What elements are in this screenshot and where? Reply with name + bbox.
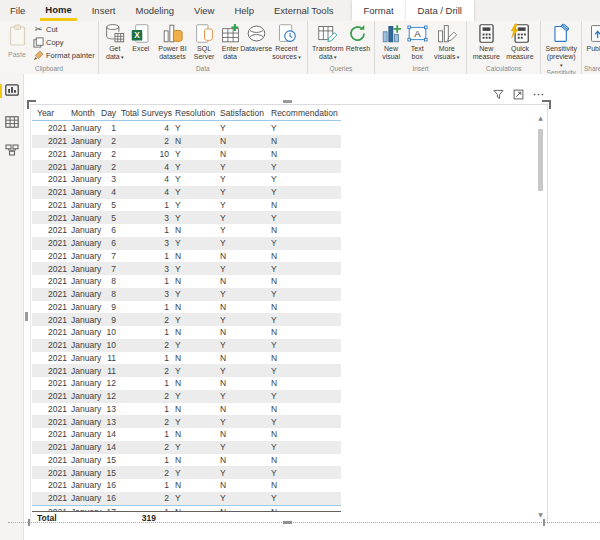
table-row[interactable]: 2021January131NNN [32, 403, 341, 416]
visual-resize-corner-topright[interactable] [542, 100, 551, 109]
column-header-year[interactable]: Year [37, 108, 67, 118]
table-row[interactable]: 2021January73YYY [32, 262, 341, 275]
table-row[interactable]: 2021January51YYN [32, 199, 341, 212]
new-visual-button[interactable]: New visual [378, 23, 404, 61]
visual-scrollbar[interactable]: ▲ ▼ [536, 107, 545, 521]
column-header-satisfaction[interactable]: Satisfaction [220, 108, 265, 118]
scrollbar-up-icon[interactable]: ▲ [536, 113, 545, 122]
table-row[interactable]: 2021January83YYY [32, 288, 341, 301]
cell: January [71, 174, 101, 184]
table-row[interactable]: 2021January71NNN [32, 250, 341, 263]
transform-data-button[interactable]: Transform data ▾ [311, 23, 345, 61]
tab-format[interactable]: Format [352, 0, 406, 21]
dataverse-button[interactable]: Dataverse [243, 23, 269, 53]
tab-view[interactable]: View [189, 0, 219, 21]
table-row[interactable]: 2021January142YYY [32, 441, 341, 454]
column-header-total-surveys[interactable]: Total Surveys [121, 108, 169, 118]
focus-mode-icon[interactable] [512, 89, 524, 101]
tab-external-tools[interactable]: External Tools [269, 0, 339, 21]
excel-button[interactable]: XExcel [128, 23, 154, 53]
enter-data-button[interactable]: Enter data [217, 23, 243, 61]
table-row[interactable]: 2021January151NNN [32, 454, 341, 467]
ribbon-button-label: Copy [46, 38, 64, 47]
quick-measure-button[interactable]: Quick measure [502, 23, 537, 61]
text-box-button[interactable]: AText box [404, 23, 430, 61]
table-row[interactable]: 2021January14YYY [32, 122, 341, 135]
table-row[interactable]: 2021January92YYY [32, 313, 341, 326]
table-row[interactable]: 2021January91NNN [32, 301, 341, 314]
tab-file[interactable]: File [5, 0, 30, 21]
page-boundary-line [8, 522, 600, 523]
cell: 2021 [37, 162, 67, 172]
more-visuals-button[interactable]: More visuals ▾ [430, 23, 463, 61]
cell: N [175, 378, 214, 388]
cell: 4 [121, 174, 169, 184]
power-bi-datasets-button[interactable]: Power BI datasets [154, 23, 191, 61]
tab-home[interactable]: Home [40, 0, 76, 21]
table-row[interactable]: 2021January141NNN [32, 428, 341, 441]
cell: 7 [101, 251, 116, 261]
table-row[interactable]: 2021January24YYY [32, 160, 341, 173]
table-row[interactable]: 2021January111NNN [32, 352, 341, 365]
filter-icon[interactable] [492, 89, 504, 101]
table-row[interactable]: 2021January161NNN [32, 479, 341, 492]
cell: 2 [121, 468, 169, 478]
data-view-button[interactable] [0, 113, 23, 133]
get-data-button[interactable]: Get data ▾ [102, 23, 128, 61]
column-header-recommendation[interactable]: Recommendation [271, 108, 340, 118]
report-view-button[interactable] [0, 81, 23, 101]
paste-button[interactable]: Paste [3, 23, 31, 62]
tab-insert[interactable]: Insert [87, 0, 121, 21]
visual-resize-handle-bottom[interactable] [283, 521, 292, 524]
table-row[interactable]: 2021January81NNN [32, 275, 341, 288]
more-options-icon[interactable] [532, 89, 544, 101]
visual-resize-handle-bottomright[interactable] [543, 519, 545, 526]
cut-button[interactable]: ✂Cut [33, 23, 95, 36]
table-row[interactable]: 2021January210YNN [32, 148, 341, 161]
tab-modeling[interactable]: Modeling [130, 0, 179, 21]
table-row[interactable]: 2021January101NNN [32, 326, 341, 339]
cell: 2 [101, 162, 116, 172]
sensitivity-preview-button[interactable]: Sensitivity (preview) ▾ [544, 23, 578, 69]
table-row[interactable]: 2021January122YYY [32, 390, 341, 403]
table-row[interactable]: 2021January121NNN [32, 377, 341, 390]
table-row[interactable]: 2021January162YYY [32, 492, 341, 505]
column-header-resolution[interactable]: Resolution [175, 108, 214, 118]
table-row[interactable]: 2021January112YYY [32, 364, 341, 377]
scrollbar-down-icon[interactable]: ▼ [536, 510, 545, 519]
table-row[interactable]: 2021January63YYY [32, 237, 341, 250]
text-box-icon: A [407, 23, 428, 44]
visual-resize-corner-topleft[interactable] [27, 100, 36, 109]
column-header-day[interactable]: Day [101, 108, 116, 118]
publish-button[interactable]: Publish [585, 23, 600, 53]
table-row[interactable]: 2021January53YYY [32, 211, 341, 224]
visual-resize-handle-bottomleft[interactable] [28, 519, 30, 526]
table-visual[interactable]: YearMonthDayTotal SurveysResolutionSatis… [30, 104, 548, 524]
table-row[interactable]: 2021January102YYY [32, 339, 341, 352]
table-row[interactable]: 2021January22NNN [32, 135, 341, 148]
visual-resize-handle-left[interactable] [25, 312, 28, 321]
table-row[interactable]: 2021January152YYY [32, 466, 341, 479]
table-row[interactable]: 2021January61NYN [32, 224, 341, 237]
tab-help[interactable]: Help [229, 0, 259, 21]
cell: January [71, 493, 101, 503]
cell: January [71, 225, 101, 235]
copy-button[interactable]: Copy [33, 36, 95, 49]
cell: January [71, 302, 101, 312]
format-painter-button[interactable]: Format painter [33, 49, 95, 62]
sql-server-button[interactable]: SQL Server [191, 23, 217, 61]
scrollbar-thumb[interactable] [538, 129, 543, 191]
visual-resize-handle-top[interactable] [283, 100, 292, 103]
refresh-button[interactable]: Refresh [345, 23, 371, 53]
clipboard-small-items: ✂CutCopyFormat painter [33, 23, 95, 62]
ribbon-tab-bar: FileHomeInsertModelingViewHelpExternal T… [0, 0, 600, 21]
table-row[interactable]: 2021January132YYY [32, 415, 341, 428]
new-measure-button[interactable]: New measure [470, 23, 502, 61]
column-header-month[interactable]: Month [71, 108, 101, 118]
model-view-button[interactable] [0, 141, 23, 161]
table-row[interactable]: 2021January44YYY [32, 186, 341, 199]
table-row[interactable]: 2021January34YYY [32, 173, 341, 186]
ribbon-button-label: Text box [405, 45, 429, 61]
recent-sources-button[interactable]: Recent sources ▾ [269, 23, 304, 61]
tab-data-drill[interactable]: Data / Drill [406, 0, 474, 21]
